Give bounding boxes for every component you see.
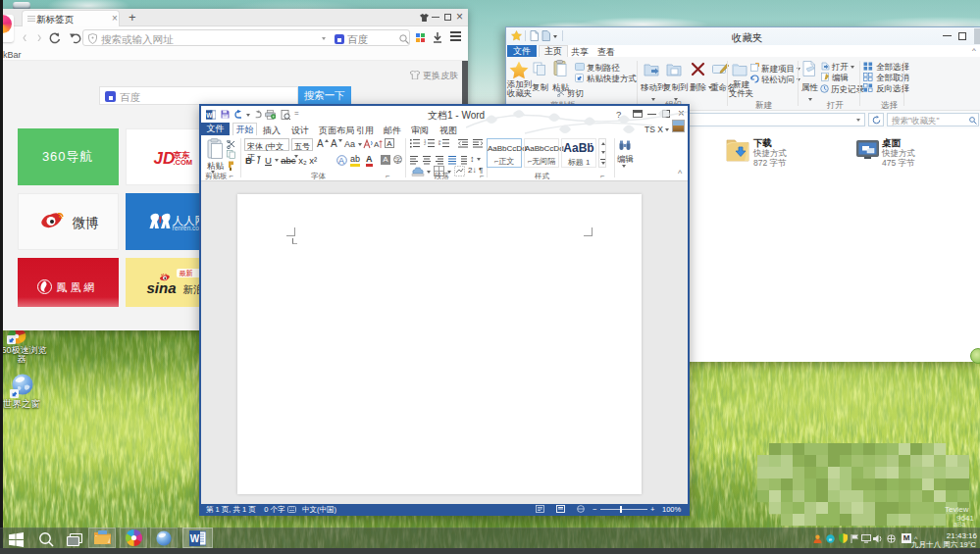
svg-text:A: A (374, 140, 380, 149)
svg-text:2: 2 (424, 141, 427, 146)
svg-text:b: b (438, 141, 441, 146)
svg-text:W: W (190, 533, 200, 544)
svg-text:W: W (206, 111, 213, 118)
